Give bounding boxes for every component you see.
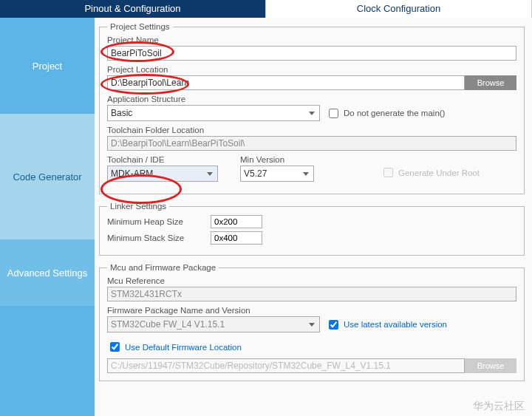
toolchain-ide-value: MDK-ARM <box>111 168 153 179</box>
sidebar-item-advanced-settings[interactable]: Advanced Settings <box>0 239 95 306</box>
app-structure-select[interactable]: Basic <box>107 105 320 121</box>
heap-size-label: Minimum Heap Size <box>107 217 211 226</box>
firmware-package-value: STM32Cube FW_L4 V1.15.1 <box>111 319 225 330</box>
toolchain-folder-input <box>107 136 516 151</box>
content-pane: Project Settings Project Name Project Lo… <box>95 18 532 416</box>
generate-under-root-checkbox: Generate Under Root <box>381 166 480 180</box>
project-settings-legend: Project Settings <box>107 22 173 31</box>
no-main-checkbox[interactable]: Do not generate the main() <box>326 106 445 120</box>
min-version-value: V5.27 <box>244 168 267 179</box>
firmware-location-input <box>107 358 465 373</box>
browse-button[interactable]: Browse <box>465 75 516 90</box>
app-structure-label: Application Structure <box>107 95 516 103</box>
sidebar-item-code-generator[interactable]: Code Generator <box>0 114 95 239</box>
stack-size-label: Minimum Stack Size <box>107 233 211 242</box>
project-name-input[interactable] <box>107 46 516 61</box>
mcu-firmware-group: Mcu and Firmware Package Mcu Reference F… <box>99 263 525 381</box>
mcu-reference-label: Mcu Reference <box>107 276 516 285</box>
mcu-firmware-legend: Mcu and Firmware Package <box>107 263 219 272</box>
sidebar-item-project[interactable]: Project <box>0 18 95 114</box>
linker-settings-group: Linker Settings Minimum Heap Size Minimu… <box>99 202 525 256</box>
toolchain-ide-select[interactable]: MDK-ARM <box>107 166 218 182</box>
sidebar: Project Code Generator Advanced Settings <box>0 18 95 416</box>
firmware-package-label: Firmware Package Name and Version <box>107 306 516 315</box>
min-version-select[interactable]: V5.27 <box>240 166 314 182</box>
linker-settings-legend: Linker Settings <box>107 202 169 211</box>
watermark: 华为云社区 <box>473 400 525 413</box>
firmware-package-select: STM32Cube FW_L4 V1.15.1 <box>107 316 320 333</box>
toolchain-folder-label: Toolchain Folder Location <box>107 126 516 134</box>
heap-size-input[interactable] <box>211 215 262 228</box>
min-version-label: Min Version <box>240 155 314 164</box>
use-latest-checkbox[interactable]: Use latest available version <box>326 318 447 332</box>
project-name-label: Project Name <box>107 35 516 44</box>
use-default-location-checkbox[interactable]: Use Default Firmware Location <box>107 340 242 354</box>
project-settings-group: Project Settings Project Name Project Lo… <box>99 22 525 194</box>
project-location-label: Project Location <box>107 65 516 74</box>
tab-pinout[interactable]: Pinout & Configuration <box>0 0 266 18</box>
tab-clock[interactable]: Clock Configuration <box>266 0 532 18</box>
project-location-input[interactable] <box>107 75 465 90</box>
toolchain-ide-label: Toolchain / IDE <box>107 155 218 164</box>
sidebar-filler <box>0 306 95 416</box>
mcu-reference-input <box>107 287 516 301</box>
firmware-browse-button: Browse <box>465 358 516 373</box>
stack-size-input[interactable] <box>211 231 262 245</box>
app-structure-value: Basic <box>111 108 132 118</box>
